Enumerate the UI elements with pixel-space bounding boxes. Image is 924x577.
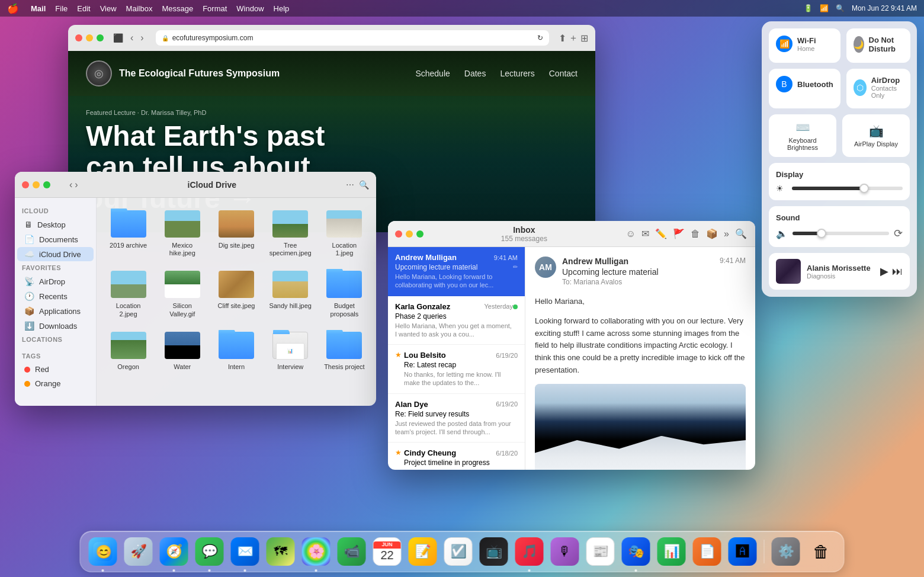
dock-item-notes[interactable]: 📝 <box>406 535 439 568</box>
finder-view-options-button[interactable]: ⋯ <box>346 180 354 190</box>
mail-delete-button[interactable]: 🗑 <box>689 227 701 241</box>
menubar-search-icon[interactable]: 🔍 <box>836 4 845 12</box>
apple-menu[interactable]: 🍎 <box>7 3 19 14</box>
dock-item-podcasts[interactable]: 🎙 <box>548 535 582 568</box>
sidebar-item-tag-orange[interactable]: Orange <box>17 377 94 390</box>
dock-item-pages[interactable]: 📄 <box>691 535 724 568</box>
dock-item-numbers[interactable]: 📊 <box>655 535 688 568</box>
finder-forward-button[interactable]: › <box>75 179 78 190</box>
browser-share-button[interactable]: ⬆ <box>559 32 566 44</box>
file-item-tree-specimen[interactable]: Tree specimen.jpeg <box>266 205 315 261</box>
finder-back-button[interactable]: ‹ <box>69 179 72 190</box>
file-item-budget-proposals[interactable]: Budget proposals <box>320 265 369 321</box>
cc-airplay-tile[interactable]: 📺 AirPlay Display <box>842 114 910 157</box>
sidebar-item-applications[interactable]: 📦 Applications <box>17 304 94 318</box>
dock-item-sysprefs[interactable]: ⚙️ <box>769 535 803 568</box>
mail-compose-button[interactable]: ✉ <box>640 227 650 241</box>
nav-dates[interactable]: Dates <box>464 69 486 78</box>
mail-emoji-button[interactable]: ☺ <box>625 227 637 241</box>
browser-minimize-button[interactable] <box>86 34 93 41</box>
file-item-water[interactable]: Water <box>158 326 207 374</box>
sound-slider[interactable] <box>793 232 889 235</box>
file-item-intern[interactable]: Intern <box>211 326 261 374</box>
dock-item-finder[interactable]: 😊 <box>86 535 120 568</box>
file-item-sandy-hill[interactable]: Sandy hill.jpeg <box>266 265 315 321</box>
file-item-location-1[interactable]: Location 1.jpeg <box>320 205 369 261</box>
browser-new-tab-button[interactable]: ＋ <box>569 32 578 44</box>
browser-close-button[interactable] <box>75 34 82 41</box>
browser-url[interactable]: ecofuturesymposium.com <box>172 34 254 42</box>
sidebar-item-desktop[interactable]: 🖥 Desktop <box>17 217 94 232</box>
dock-item-launchpad[interactable]: 🚀 <box>122 535 155 568</box>
menubar-view[interactable]: View <box>100 4 117 13</box>
menubar-mailbox[interactable]: Mailbox <box>126 4 153 13</box>
display-slider[interactable] <box>792 187 903 190</box>
file-item-location-2[interactable]: Location 2.jpeg <box>104 265 153 321</box>
mail-item-lou[interactable]: ★ Lou Belsito 6/19/20 Re: Latest recap N… <box>388 345 525 394</box>
dock-item-safari[interactable]: 🧭 <box>158 535 191 568</box>
dock-item-appletv[interactable]: 📺 <box>477 535 511 568</box>
dock-item-keynote[interactable]: 🎭 <box>620 535 653 568</box>
menubar-message[interactable]: Message <box>162 4 193 13</box>
file-item-cliff-site[interactable]: Cliff site.jpeg <box>211 265 261 321</box>
dock-item-trash[interactable]: 🗑 <box>805 535 838 568</box>
mail-reply-button[interactable]: ✏️ <box>654 227 668 241</box>
browser-address-bar[interactable]: 🔒 ecofuturesymposium.com ↻ <box>156 30 549 46</box>
dock-item-messages[interactable]: 💬 <box>193 535 226 568</box>
nav-lecturers[interactable]: Lecturers <box>500 69 534 78</box>
mail-more-button[interactable]: » <box>723 227 730 241</box>
cc-bluetooth-tile[interactable]: B Bluetooth <box>769 69 840 108</box>
nav-contact[interactable]: Contact <box>549 69 578 78</box>
menubar-app-name[interactable]: Mail <box>31 4 46 13</box>
file-item-interview[interactable]: 📊 Interview <box>266 326 315 374</box>
mail-item-cindy[interactable]: ★ Cindy Cheung 6/18/20 Project timeline … <box>388 443 525 470</box>
finder-close-button[interactable] <box>22 181 29 188</box>
file-item-2019-archive[interactable]: 2019 archive <box>104 205 153 261</box>
dock-item-appstore[interactable]: 🅰 <box>726 535 759 568</box>
sidebar-item-documents[interactable]: 📄 Documents <box>17 232 94 246</box>
file-item-dig-site[interactable]: Dig site.jpeg <box>211 205 261 261</box>
finder-search-button[interactable]: 🔍 <box>359 180 369 190</box>
mail-archive-button[interactable]: 📦 <box>705 227 719 241</box>
mail-fullscreen-button[interactable] <box>416 230 424 238</box>
browser-fullscreen-button[interactable] <box>97 34 104 41</box>
dock-item-photos[interactable]: 🌸 <box>300 535 333 568</box>
music-play-button[interactable]: ▶ <box>880 265 888 278</box>
mail-search-button[interactable]: 🔍 <box>734 227 748 241</box>
browser-overview-button[interactable]: ⊞ <box>580 32 588 44</box>
mail-flag-button[interactable]: 🚩 <box>672 227 686 241</box>
sidebar-item-recents[interactable]: 🕐 Recents <box>17 289 94 303</box>
browser-back-button[interactable]: ‹ <box>128 31 136 44</box>
dock-item-reminders[interactable]: ☑️ <box>442 535 475 568</box>
cc-dnd-tile[interactable]: 🌙 Do Not Disturb <box>846 28 910 63</box>
dock-item-news[interactable]: 📰 <box>584 535 617 568</box>
mail-item-andrew[interactable]: Andrew Mulligan 9:41 AM Upcoming lecture… <box>388 247 525 296</box>
menubar-edit[interactable]: Edit <box>77 4 90 13</box>
dock-item-calendar[interactable]: JUN 22 <box>371 535 404 568</box>
dock-item-music[interactable]: 🎵 <box>513 535 546 568</box>
cc-keyboard-tile[interactable]: ⌨️ Keyboard Brightness <box>769 114 836 157</box>
dock-item-mail[interactable]: ✉️ <box>229 535 262 568</box>
menubar-help[interactable]: Help <box>274 4 290 13</box>
nav-schedule[interactable]: Schedule <box>415 69 450 78</box>
sidebar-item-tag-red[interactable]: Red <box>17 363 94 376</box>
music-forward-button[interactable]: ⏭ <box>892 265 903 278</box>
browser-sidebar-button[interactable]: ⬛ <box>113 33 123 43</box>
mail-close-button[interactable] <box>395 230 402 238</box>
sidebar-item-icloud-drive[interactable]: ☁️ iCloud Drive <box>17 247 94 261</box>
sidebar-item-airdrop[interactable]: 📡 AirDrop <box>17 274 94 288</box>
file-item-oregon[interactable]: Oregon <box>104 326 153 374</box>
file-item-silicon-valley[interactable]: Silicon Valley.gif <box>158 265 207 321</box>
file-item-thesis-project[interactable]: Thesis project <box>320 326 369 374</box>
dock-item-facetime[interactable]: 📹 <box>335 535 368 568</box>
finder-minimize-button[interactable] <box>33 181 40 188</box>
cc-airdrop-tile[interactable]: ⬡ AirDrop Contacts Only <box>846 69 910 108</box>
dock-item-maps[interactable]: 🗺 <box>264 535 297 568</box>
file-item-mexico-hike[interactable]: Mexico hike.jpeg <box>158 205 207 261</box>
browser-forward-button[interactable]: › <box>138 31 146 44</box>
mail-item-karla[interactable]: Karla Gonzalez Yesterday Phase 2 queries… <box>388 296 525 345</box>
browser-reload-icon[interactable]: ↻ <box>537 34 543 42</box>
mail-item-alan[interactable]: Alan Dye 6/19/20 Re: Field survey result… <box>388 394 525 443</box>
cc-wifi-tile[interactable]: 📶 Wi-Fi Home <box>769 28 840 63</box>
menubar-format[interactable]: Format <box>203 4 227 13</box>
